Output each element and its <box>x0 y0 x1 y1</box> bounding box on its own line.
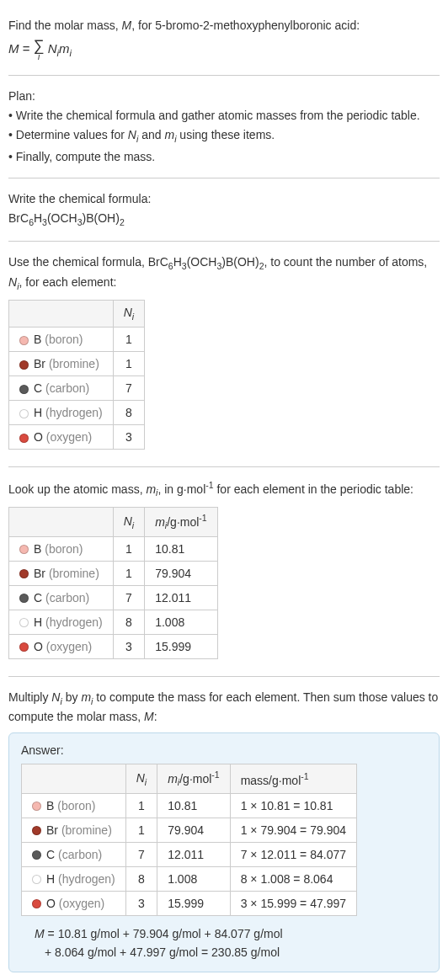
plan-title: Plan: <box>8 88 440 105</box>
elem-cell: Br (bromine) <box>9 561 114 585</box>
count-table: Ni B (boron)1 Br (bromine)1 C (carbon)7 … <box>8 300 145 450</box>
th-Ni: Ni <box>113 508 144 536</box>
n-cell: 7 <box>113 375 144 400</box>
plan-bullet-1: • Write the chemical formula and gather … <box>8 107 440 125</box>
n-cell: 1 <box>113 327 144 351</box>
table-row: B (boron)110.811 × 10.81 = 10.81 <box>22 793 357 818</box>
multiply-text: Multiply Ni by mi to compute the mass fo… <box>8 689 440 727</box>
element-swatch-icon <box>32 802 41 811</box>
eq-line2: + 8.064 g/mol + 47.997 g/mol = 230.85 g/… <box>35 943 427 961</box>
divider <box>8 466 440 467</box>
plan-b2-mid: and <box>138 128 164 141</box>
table-row: C (carbon)712.011 <box>9 585 218 610</box>
divider <box>8 676 440 677</box>
count-text: Use the chemical formula, BrC6H3(OCH3)B(… <box>8 253 440 293</box>
plan-bullet-2: • Determine values for Ni and mi using t… <box>8 126 440 146</box>
divider <box>8 75 440 76</box>
plan-b2-pre: • Determine values for <box>8 128 128 141</box>
table-row: O (oxygen)315.9993 × 15.999 = 47.997 <box>22 891 357 915</box>
table-row: C (carbon)712.0117 × 12.011 = 84.077 <box>22 842 357 866</box>
element-swatch-icon <box>19 618 29 627</box>
intro-var-M: M <box>122 19 132 32</box>
count-section: Use the chemical formula, BrC6H3(OCH3)B(… <box>8 245 440 463</box>
elem-cell: O (oxygen) <box>9 634 114 658</box>
th-Ni: Ni <box>113 301 144 328</box>
n-cell: 8 <box>113 400 144 424</box>
table-header-row: Ni mi/g·mol-1 <box>9 508 218 536</box>
table-row: O (oxygen)315.999 <box>9 634 218 658</box>
element-swatch-icon <box>19 545 29 554</box>
element-swatch-icon <box>19 336 29 345</box>
f-BOH: )B(OH) <box>83 211 120 225</box>
eq-N: N <box>48 41 57 56</box>
intro-pre: Find the molar mass, <box>8 19 122 32</box>
answer-box: Answer: Ni mi/g·mol-1 mass/g·mol-1 B (bo… <box>8 732 440 972</box>
eq-eq: = <box>19 41 34 56</box>
lookup-section: Look up the atomic mass, mi, in g·mol-1 … <box>8 471 440 673</box>
final-equation: M M = 10.81 g/mol + 79.904 g/mol + 84.07… <box>21 924 427 962</box>
elem-name: (carbon) <box>45 381 89 395</box>
divider <box>8 241 440 242</box>
element-swatch-icon <box>19 594 29 603</box>
th-Ni: Ni <box>125 764 157 793</box>
th-blank <box>22 764 126 793</box>
elem-name: (hydrogen) <box>45 406 103 419</box>
chemical-formula-section: Write the chemical formula: BrC6H3(OCH3)… <box>8 182 440 238</box>
count-N: N <box>8 275 17 289</box>
plan-b2-N: N <box>128 128 136 141</box>
elem-sym: H <box>34 406 42 419</box>
lookup-pre: Look up the atomic mass, <box>8 482 146 496</box>
multiply-section: Multiply Ni by mi to compute the mass fo… <box>8 680 440 980</box>
table-header-row: Ni <box>9 301 145 328</box>
table-row: H (hydrogen)8 <box>9 400 145 424</box>
table-row: C (carbon)7 <box>9 375 145 400</box>
divider <box>8 178 440 178</box>
table-row: Br (bromine)179.9041 × 79.904 = 79.904 <box>22 818 357 842</box>
lookup-text: Look up the atomic mass, mi, in g·mol-1 … <box>8 479 440 500</box>
f-H: H <box>34 211 42 225</box>
molar-mass-equation: M = ∑i Nimi <box>8 38 440 61</box>
elem-name: (boron) <box>45 333 83 346</box>
f-2: 2 <box>120 216 125 226</box>
sum-expr: ∑i <box>34 38 45 61</box>
elem-cell: B (boron) <box>9 536 114 561</box>
elem-cell: H (hydrogen) <box>9 610 114 634</box>
count-formula: BrC6H3(OCH3)B(OH)2 <box>148 255 264 269</box>
lookup-post: for each element in the periodic table: <box>214 482 413 496</box>
elem-name: (oxygen) <box>46 430 92 444</box>
count-pre: Use the chemical formula, <box>8 255 148 269</box>
lookup-m: m <box>146 482 156 496</box>
th-blank <box>9 301 114 328</box>
elem-sym: O <box>34 430 43 444</box>
plan-b2-m: m <box>164 128 174 141</box>
chem-formula: BrC6H3(OCH3)B(OH)2 <box>8 210 440 230</box>
intro-line1: Find the molar mass, M, for 5-bromo-2-me… <box>8 17 440 35</box>
elem-cell: C (carbon) <box>9 375 114 400</box>
eq-mi: i <box>69 48 72 58</box>
table-row: H (hydrogen)81.008 <box>9 610 218 634</box>
n-cell: 1 <box>113 351 144 375</box>
element-swatch-icon <box>19 385 29 394</box>
sigma-symbol: ∑ <box>34 38 45 53</box>
elem-cell: Br (bromine) <box>9 351 114 375</box>
table-row: O (oxygen)3 <box>9 424 145 449</box>
elem-sym: B <box>34 333 41 346</box>
element-swatch-icon <box>19 360 29 370</box>
element-swatch-icon <box>32 826 41 835</box>
table-row: Br (bromine)1 <box>9 351 145 375</box>
elem-cell: C (carbon) <box>9 585 114 610</box>
intro-post: , for 5-bromo-2-methoxyphenylboronic aci… <box>131 19 360 32</box>
table-row: B (boron)110.81 <box>9 536 218 561</box>
elem-cell: O (oxygen) <box>9 424 114 449</box>
eq-line1-text: = 10.81 g/mol + 79.904 g/mol + 84.077 g/… <box>48 927 283 940</box>
answer-table: Ni mi/g·mol-1 mass/g·mol-1 B (boron)110.… <box>21 764 357 915</box>
elem-sym: Br <box>34 357 45 370</box>
lookup-mid: , in g·mol <box>157 482 205 496</box>
element-swatch-icon <box>19 409 29 418</box>
elem-cell: B (boron) <box>9 327 114 351</box>
n-cell: 3 <box>113 424 144 449</box>
lookup-table: Ni mi/g·mol-1 B (boron)110.81 Br (bromin… <box>8 507 218 658</box>
count-mid: , to count the number of atoms, <box>264 255 427 269</box>
answer-title: Answer: <box>21 743 427 757</box>
element-swatch-icon <box>32 899 41 908</box>
